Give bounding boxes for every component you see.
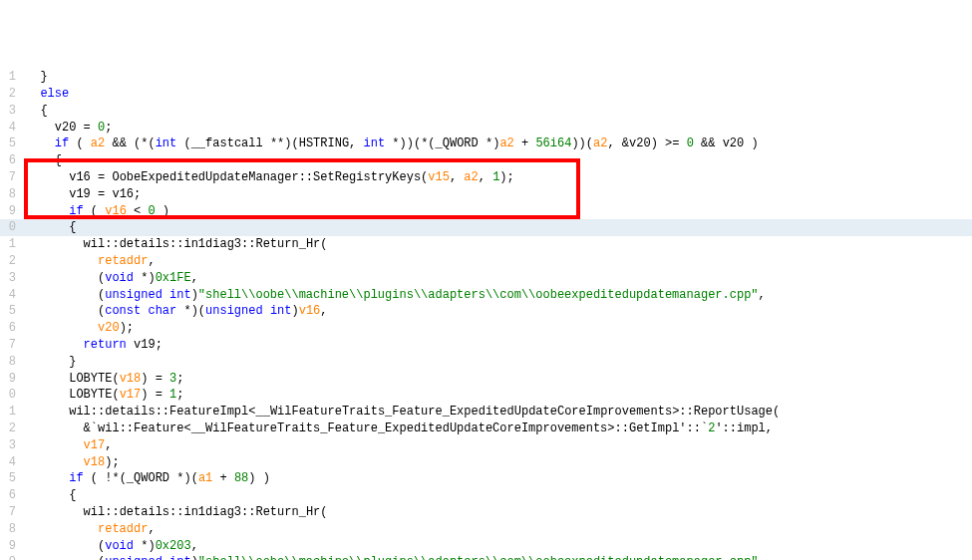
code-content[interactable]: if ( !*(_QWORD *)(a1 + 88) ) xyxy=(22,470,972,487)
code-line[interactable]: 9 (void *)0x203, xyxy=(0,538,972,555)
code-line[interactable]: 8 v19 = v16; xyxy=(0,186,972,203)
line-number: 4 xyxy=(0,120,22,137)
code-line[interactable]: 1 wil::details::in1diag3::Return_Hr( xyxy=(0,236,972,253)
code-line[interactable]: 5 (const char *)(unsigned int)v16, xyxy=(0,303,972,320)
code-line[interactable]: 5 if ( !*(_QWORD *)(a1 + 88) ) xyxy=(0,470,972,487)
code-content[interactable]: else xyxy=(22,86,972,103)
code-line[interactable]: 6 v20); xyxy=(0,320,972,337)
line-number: 0 xyxy=(0,554,22,560)
line-number: 3 xyxy=(0,270,22,287)
code-viewer[interactable]: 1 }2 else3 {4 v20 = 0;5 if ( a2 && (*(in… xyxy=(0,67,972,560)
line-number: 7 xyxy=(0,504,22,521)
code-line[interactable]: 2 else xyxy=(0,86,972,103)
line-number: 6 xyxy=(0,152,22,169)
code-line[interactable]: 0 LOBYTE(v17) = 1; xyxy=(0,387,972,404)
line-number: 2 xyxy=(0,420,22,437)
code-content[interactable]: { xyxy=(22,103,972,120)
code-line[interactable]: 8 retaddr, xyxy=(0,521,972,538)
code-content[interactable]: if ( v16 < 0 ) xyxy=(22,203,972,220)
code-content[interactable]: LOBYTE(v17) = 1; xyxy=(22,387,972,404)
code-content[interactable]: } xyxy=(22,69,972,86)
line-number: 5 xyxy=(0,303,22,320)
line-number: 8 xyxy=(0,521,22,538)
code-line[interactable]: 5 if ( a2 && (*(int (__fastcall **)(HSTR… xyxy=(0,136,972,152)
code-content[interactable]: { xyxy=(22,219,972,236)
line-number: 8 xyxy=(0,354,22,371)
code-content[interactable]: } xyxy=(22,354,972,371)
code-content[interactable]: (void *)0x1FE, xyxy=(22,270,972,287)
code-content[interactable]: v19 = v16; xyxy=(22,186,972,203)
line-number: 5 xyxy=(0,470,22,487)
code-line[interactable]: 4 v18); xyxy=(0,454,972,471)
code-content[interactable]: (unsigned int)"shell\\oobe\\machine\\plu… xyxy=(22,554,972,560)
code-line[interactable]: 7 return v19; xyxy=(0,337,972,354)
code-line[interactable]: 8 } xyxy=(0,354,972,371)
code-content[interactable]: { xyxy=(22,487,972,504)
line-number: 4 xyxy=(0,287,22,304)
code-line[interactable]: 2 &`wil::Feature<__WilFeatureTraits_Feat… xyxy=(0,420,972,437)
code-line[interactable]: 3 { xyxy=(0,103,972,120)
code-content[interactable]: v18); xyxy=(22,454,972,471)
line-number: 5 xyxy=(0,136,22,152)
line-number: 9 xyxy=(0,203,22,220)
code-line[interactable]: 1 wil::details::FeatureImpl<__WilFeature… xyxy=(0,404,972,420)
code-line[interactable]: 0 (unsigned int)"shell\\oobe\\machine\\p… xyxy=(0,554,972,560)
line-number: 2 xyxy=(0,86,22,103)
line-number: 6 xyxy=(0,320,22,337)
code-line[interactable]: 7 wil::details::in1diag3::Return_Hr( xyxy=(0,504,972,521)
code-content[interactable]: &`wil::Feature<__WilFeatureTraits_Featur… xyxy=(22,420,972,437)
code-line[interactable]: 9 LOBYTE(v18) = 3; xyxy=(0,371,972,388)
code-content[interactable]: wil::details::in1diag3::Return_Hr( xyxy=(22,236,972,253)
code-content[interactable]: v16 = OobeExpeditedUpdateManager::SetReg… xyxy=(22,169,972,186)
code-line[interactable]: 9 if ( v16 < 0 ) xyxy=(0,203,972,220)
code-content[interactable]: (unsigned int)"shell\\oobe\\machine\\plu… xyxy=(22,287,972,304)
line-number: 1 xyxy=(0,236,22,253)
code-content[interactable]: return v19; xyxy=(22,337,972,354)
code-line[interactable]: 0 { xyxy=(0,219,972,236)
line-number: 2 xyxy=(0,253,22,270)
code-line[interactable]: 6 { xyxy=(0,152,972,169)
line-number: 3 xyxy=(0,437,22,454)
code-content[interactable]: if ( a2 && (*(int (__fastcall **)(HSTRIN… xyxy=(22,136,972,152)
code-line[interactable]: 7 v16 = OobeExpeditedUpdateManager::SetR… xyxy=(0,169,972,186)
line-number: 0 xyxy=(0,219,22,236)
line-number: 9 xyxy=(0,538,22,555)
line-number: 4 xyxy=(0,454,22,471)
line-number: 0 xyxy=(0,387,22,404)
code-content[interactable]: v17, xyxy=(22,437,972,454)
code-content[interactable]: wil::details::FeatureImpl<__WilFeatureTr… xyxy=(22,404,972,420)
code-line[interactable]: 3 v17, xyxy=(0,437,972,454)
code-line[interactable]: 2 retaddr, xyxy=(0,253,972,270)
code-line[interactable]: 4 v20 = 0; xyxy=(0,120,972,137)
line-number: 1 xyxy=(0,404,22,420)
code-content[interactable]: retaddr, xyxy=(22,521,972,538)
line-number: 7 xyxy=(0,337,22,354)
line-number: 9 xyxy=(0,371,22,388)
line-number: 8 xyxy=(0,186,22,203)
code-content[interactable]: (void *)0x203, xyxy=(22,538,972,555)
code-line[interactable]: 1 } xyxy=(0,69,972,86)
code-content[interactable]: LOBYTE(v18) = 3; xyxy=(22,371,972,388)
code-content[interactable]: wil::details::in1diag3::Return_Hr( xyxy=(22,504,972,521)
code-content[interactable]: (const char *)(unsigned int)v16, xyxy=(22,303,972,320)
line-number: 6 xyxy=(0,487,22,504)
line-number: 3 xyxy=(0,103,22,120)
code-content[interactable]: v20); xyxy=(22,320,972,337)
line-number: 1 xyxy=(0,69,22,86)
code-line[interactable]: 4 (unsigned int)"shell\\oobe\\machine\\p… xyxy=(0,287,972,304)
code-line[interactable]: 6 { xyxy=(0,487,972,504)
code-content[interactable]: { xyxy=(22,152,972,169)
line-number: 7 xyxy=(0,169,22,186)
code-line[interactable]: 3 (void *)0x1FE, xyxy=(0,270,972,287)
code-content[interactable]: v20 = 0; xyxy=(22,120,972,137)
code-content[interactable]: retaddr, xyxy=(22,253,972,270)
